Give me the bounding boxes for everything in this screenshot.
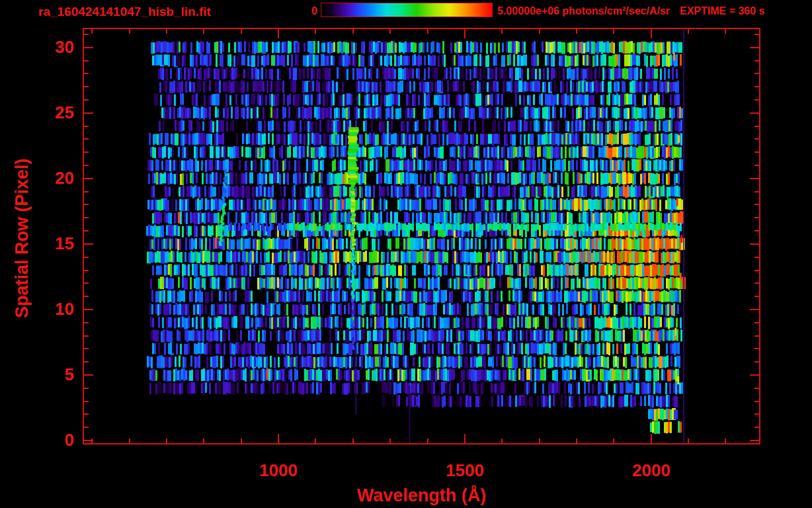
x-minor-tick	[725, 29, 726, 34]
y-major-tick	[84, 309, 93, 310]
x-minor-tick	[539, 29, 540, 34]
y-minor-tick	[754, 165, 759, 166]
y-minor-tick	[84, 348, 89, 349]
y-minor-tick	[754, 126, 759, 127]
x-major-tick	[464, 29, 466, 38]
y-major-tick	[84, 178, 93, 179]
x-minor-tick	[501, 29, 503, 34]
y-major-tick	[84, 243, 93, 245]
x-tick-label: 2000	[612, 460, 691, 481]
x-minor-tick	[688, 439, 689, 443]
y-tick-label: 20	[24, 168, 74, 189]
y-tick-label: 30	[24, 37, 74, 58]
y-minor-tick	[84, 257, 89, 258]
y-major-tick	[84, 112, 93, 114]
y-major-tick	[750, 178, 759, 179]
y-minor-tick	[754, 282, 759, 284]
y-tick-label: 25	[24, 103, 74, 123]
y-minor-tick	[754, 296, 759, 297]
plot-frame	[83, 28, 760, 444]
exptime-label: EXPTIME = 360 s	[680, 5, 765, 17]
y-minor-tick	[84, 282, 89, 284]
y-minor-tick	[754, 138, 759, 140]
y-minor-tick	[754, 335, 759, 337]
x-major-tick	[278, 434, 279, 443]
spectral-heatmap	[84, 29, 759, 443]
x-major-tick	[651, 29, 652, 38]
y-major-tick	[750, 374, 759, 376]
x-minor-tick	[166, 29, 167, 34]
y-minor-tick	[754, 230, 759, 232]
y-major-tick	[750, 309, 759, 310]
y-minor-tick	[754, 86, 759, 87]
y-minor-tick	[84, 99, 89, 101]
x-axis-title: Wavelength (Å)	[84, 486, 759, 506]
x-minor-tick	[352, 29, 354, 34]
y-minor-tick	[84, 388, 89, 389]
y-minor-tick	[84, 86, 89, 87]
x-minor-tick	[389, 439, 391, 443]
x-minor-tick	[315, 29, 316, 34]
x-minor-tick	[241, 439, 242, 443]
file-title: ra_160424141047_hisb_lin.fit	[38, 5, 211, 19]
y-minor-tick	[754, 60, 759, 62]
colorbar-max-label: 5.00000e+06 photons/cm²/sec/A/sr	[497, 5, 670, 17]
x-tick-label: 1000	[239, 460, 318, 481]
x-minor-tick	[576, 439, 577, 443]
y-minor-tick	[84, 73, 89, 74]
y-minor-tick	[754, 204, 759, 205]
y-minor-tick	[84, 204, 89, 205]
y-minor-tick	[84, 138, 89, 140]
y-major-tick	[750, 47, 759, 48]
y-minor-tick	[754, 401, 759, 402]
x-major-tick	[278, 29, 279, 38]
y-minor-tick	[754, 413, 759, 415]
y-tick-label: 5	[24, 364, 74, 385]
x-minor-tick	[166, 439, 167, 443]
x-tick-label: 1500	[425, 460, 505, 481]
y-minor-tick	[754, 270, 759, 271]
x-minor-tick	[427, 439, 428, 443]
y-minor-tick	[754, 217, 759, 218]
x-minor-tick	[203, 439, 204, 443]
y-minor-tick	[754, 73, 759, 74]
colorbar-min-label: 0	[284, 5, 317, 17]
x-major-tick	[651, 434, 652, 443]
x-minor-tick	[576, 29, 577, 34]
x-minor-tick	[613, 439, 614, 443]
y-minor-tick	[84, 217, 89, 218]
y-minor-tick	[84, 151, 89, 153]
y-major-tick	[84, 440, 93, 441]
y-minor-tick	[84, 230, 89, 232]
x-minor-tick	[501, 439, 503, 443]
x-minor-tick	[427, 29, 428, 34]
y-minor-tick	[754, 361, 759, 362]
y-minor-tick	[754, 151, 759, 153]
x-major-tick	[464, 434, 466, 443]
y-major-tick	[84, 47, 93, 48]
y-minor-tick	[754, 99, 759, 101]
y-major-tick	[750, 440, 759, 441]
y-minor-tick	[84, 361, 89, 362]
x-minor-tick	[613, 29, 614, 34]
x-minor-tick	[688, 29, 689, 34]
x-minor-tick	[91, 29, 93, 34]
y-major-tick	[84, 374, 93, 376]
y-minor-tick	[84, 427, 89, 428]
y-minor-tick	[84, 322, 89, 323]
y-minor-tick	[84, 270, 89, 271]
y-minor-tick	[84, 401, 89, 402]
x-minor-tick	[129, 29, 130, 34]
y-minor-tick	[84, 165, 89, 166]
y-minor-tick	[84, 296, 89, 297]
colorbar	[321, 3, 493, 17]
x-minor-tick	[241, 29, 242, 34]
y-minor-tick	[84, 34, 89, 35]
y-minor-tick	[84, 60, 89, 62]
y-minor-tick	[84, 413, 89, 415]
y-major-tick	[750, 112, 759, 114]
y-minor-tick	[754, 191, 759, 192]
y-minor-tick	[84, 191, 89, 192]
y-major-tick	[750, 243, 759, 245]
y-minor-tick	[84, 335, 89, 337]
